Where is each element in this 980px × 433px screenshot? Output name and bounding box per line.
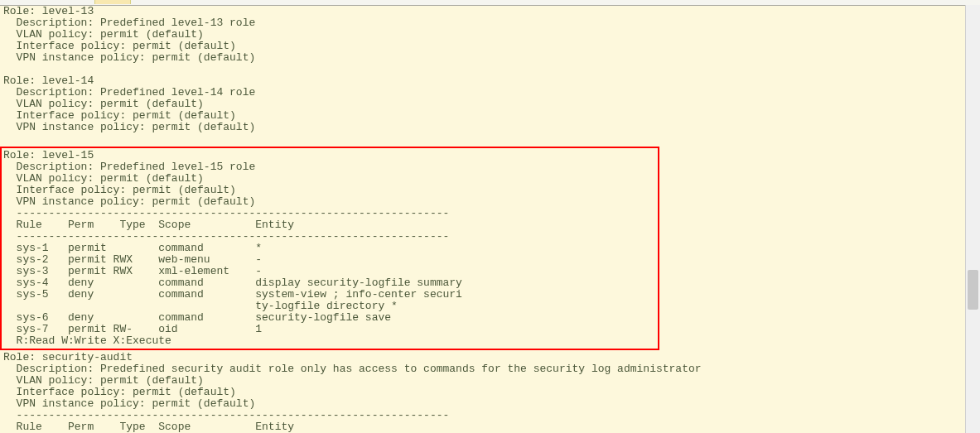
highlighted-role-block: Role: level-15 Description: Predefined l… bbox=[0, 147, 659, 350]
tab-fragment bbox=[94, 0, 131, 4]
window-top-edge bbox=[0, 0, 980, 6]
role-block: Role: level-13 Description: Predefined l… bbox=[3, 5, 255, 64]
role-block: Role: level-14 Description: Predefined l… bbox=[3, 75, 255, 133]
scrollbar-thumb[interactable] bbox=[968, 270, 978, 310]
role-block: Role: security-audit Description: Predef… bbox=[3, 351, 702, 433]
terminal-output: Role: level-13 Description: Predefined l… bbox=[0, 6, 980, 433]
vertical-scrollbar[interactable] bbox=[965, 5, 980, 433]
